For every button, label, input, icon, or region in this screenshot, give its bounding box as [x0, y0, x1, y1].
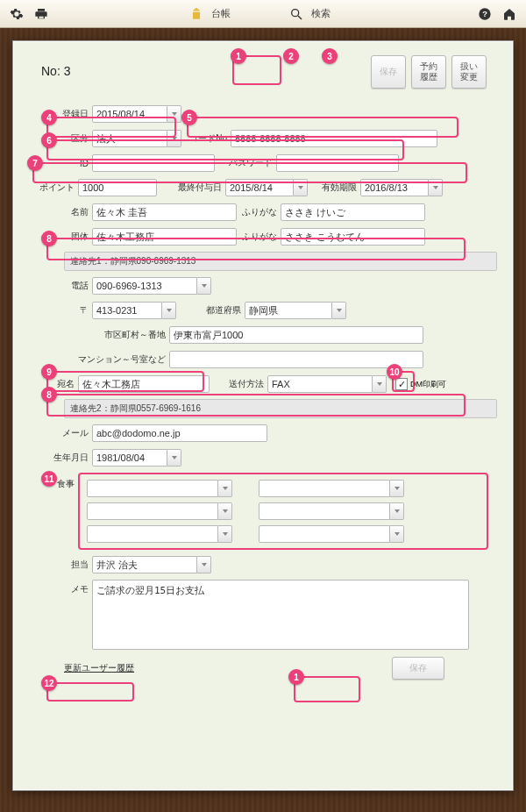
tantou-input[interactable]	[92, 556, 197, 573]
birthday-label: 生年月日	[29, 452, 92, 464]
register-date-input[interactable]	[92, 105, 167, 123]
mansion-label: マンション～号室など	[29, 353, 169, 366]
memo-input[interactable]	[92, 580, 469, 650]
expiry-input[interactable]	[360, 179, 429, 196]
dropdown-icon[interactable]	[167, 449, 181, 467]
prefecture-label: 都道府県	[176, 304, 245, 317]
frame: No: 3 保存 予約 履歴 扱い 変更 登録日 区分 コードNo ID	[0, 28, 526, 812]
name-furi-label: ふりがな	[237, 206, 281, 218]
mansion-input[interactable]	[169, 351, 423, 368]
meal-input-5[interactable]	[87, 525, 218, 543]
phone-label: 電話	[29, 280, 92, 292]
memo-label: メモ	[29, 580, 92, 595]
dropdown-icon[interactable]	[218, 525, 232, 543]
meal-group	[78, 473, 488, 550]
id-input[interactable]	[92, 154, 215, 172]
meal-input-2[interactable]	[259, 480, 390, 497]
meal-input-6[interactable]	[259, 525, 390, 543]
meal-label: 食事	[29, 473, 78, 490]
dropdown-icon[interactable]	[390, 502, 404, 520]
mail-label: メール	[29, 427, 92, 439]
last-grant-input[interactable]	[225, 179, 294, 196]
update-user-history-link[interactable]: 更新ユーザー履歴	[64, 662, 134, 674]
dropdown-icon[interactable]	[332, 302, 346, 319]
badge: 1	[231, 48, 246, 64]
dropdown-icon[interactable]	[197, 277, 211, 295]
atena-label: 宛名	[29, 378, 78, 390]
id-label: ID	[29, 159, 92, 168]
dropdown-icon[interactable]	[390, 525, 404, 543]
save-button-bottom[interactable]: 保存	[392, 657, 444, 680]
contact1-bar: 連絡先1：静岡県090-6969-1313	[64, 252, 497, 271]
ledger-label: 台帳	[211, 7, 231, 20]
password-input[interactable]	[276, 154, 399, 172]
svg-text:?: ?	[482, 10, 487, 18]
send-method-label: 送付方法	[210, 378, 267, 390]
phone-input[interactable]	[92, 277, 197, 295]
gear-icon[interactable]	[7, 4, 26, 24]
dropdown-icon[interactable]	[197, 556, 211, 573]
dropdown-icon[interactable]	[294, 179, 308, 196]
tantou-label: 担当	[29, 559, 92, 571]
save-button[interactable]: 保存	[371, 55, 406, 89]
point-input[interactable]	[78, 179, 157, 196]
dropdown-icon[interactable]	[162, 302, 176, 319]
city-input[interactable]	[169, 326, 423, 344]
group-furi-label: ふりがな	[237, 231, 281, 243]
form-page: No: 3 保存 予約 履歴 扱い 変更 登録日 区分 コードNo ID	[12, 40, 514, 791]
svg-point-0	[292, 9, 299, 16]
contact2-bar: 連絡先2：静岡県0557-6969-1616	[64, 399, 497, 418]
reservation-history-button[interactable]: 予約 履歴	[411, 55, 446, 89]
name-label: 名前	[29, 206, 92, 218]
search-icon[interactable]	[287, 4, 306, 24]
dm-checkbox[interactable]	[395, 378, 408, 390]
last-grant-label: 最終付与日	[157, 182, 225, 194]
group-input[interactable]	[92, 228, 237, 246]
postal-label: 〒	[29, 304, 92, 317]
meal-input-4[interactable]	[259, 502, 390, 520]
birthday-input[interactable]	[92, 449, 167, 467]
postal-input[interactable]	[92, 302, 162, 319]
badge: 2	[283, 48, 299, 64]
kubun-label: 区分	[29, 132, 92, 145]
codeno-input[interactable]	[231, 130, 437, 147]
name-furi-input[interactable]	[281, 203, 425, 221]
group-label: 団体	[29, 231, 92, 243]
name-input[interactable]	[92, 203, 237, 221]
register-date-label: 登録日	[29, 108, 92, 120]
badge: 3	[322, 48, 338, 64]
dropdown-icon[interactable]	[167, 105, 181, 123]
kubun-input[interactable]	[92, 130, 167, 147]
dropdown-icon[interactable]	[218, 480, 232, 497]
dropdown-icon[interactable]	[167, 130, 181, 147]
clipboard-icon[interactable]	[187, 4, 206, 24]
handling-change-button[interactable]: 扱い 変更	[451, 55, 487, 89]
codeno-label: コードNo	[181, 132, 231, 145]
print-icon[interactable]	[32, 4, 51, 24]
meal-input-1[interactable]	[87, 480, 218, 497]
dm-label: DM印刷可	[410, 379, 446, 390]
send-method-input[interactable]	[267, 375, 373, 393]
point-label: ポイント	[29, 182, 78, 194]
password-label: パスワード	[215, 157, 276, 169]
help-icon[interactable]: ?	[475, 4, 494, 24]
home-icon[interactable]	[500, 4, 519, 24]
search-label: 検索	[311, 7, 331, 20]
group-furi-input[interactable]	[281, 228, 425, 246]
expiry-label: 有効期限	[308, 182, 360, 194]
mail-input[interactable]	[92, 424, 267, 442]
dropdown-icon[interactable]	[429, 179, 443, 196]
meal-input-3[interactable]	[87, 502, 218, 520]
svg-line-1	[298, 16, 302, 19]
prefecture-input[interactable]	[245, 302, 332, 319]
dropdown-icon[interactable]	[390, 480, 404, 497]
city-label: 市区町村～番地	[29, 329, 169, 341]
top-bar: 台帳 検索 ?	[0, 0, 526, 28]
dropdown-icon[interactable]	[373, 375, 387, 393]
atena-input[interactable]	[78, 375, 210, 393]
dropdown-icon[interactable]	[218, 502, 232, 520]
